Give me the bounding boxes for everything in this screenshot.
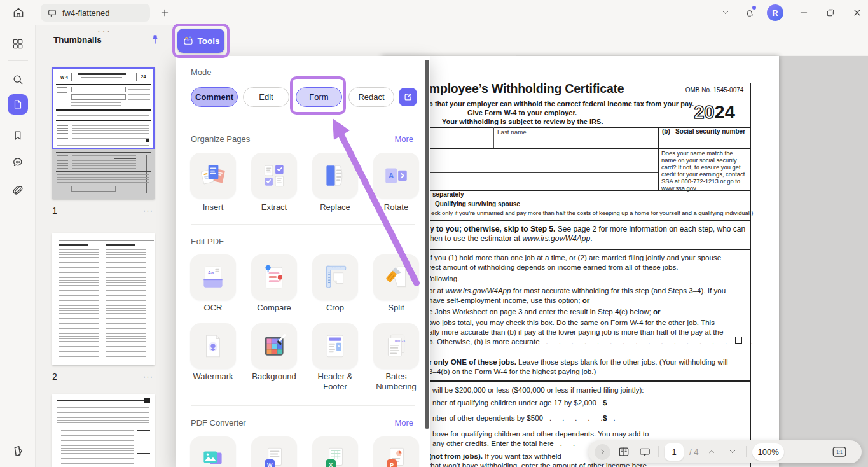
pin-button[interactable] <box>149 34 161 48</box>
tool-insert-button[interactable] <box>190 153 236 199</box>
dependents-credit-field[interactable] <box>609 413 666 422</box>
restore-button[interactable] <box>822 4 839 21</box>
pdf-page[interactable]: Employee’s Withholding Certificate OMB N… <box>382 56 779 467</box>
annotations-toggle-button[interactable] <box>637 444 652 459</box>
bookmark-icon <box>12 130 24 141</box>
open-in-new-window-button[interactable] <box>399 88 417 106</box>
plus-icon <box>160 8 170 18</box>
tool-background-button[interactable] <box>251 323 297 369</box>
minimize-button[interactable] <box>796 4 812 21</box>
panel-drag-handle[interactable]: ··· <box>97 25 112 36</box>
panel-scrollbar[interactable] <box>425 60 429 429</box>
thumbnail-page-3[interactable] <box>52 394 155 467</box>
thumbnails-panel: ··· Thumbnails W-4 24 <box>36 25 176 467</box>
ssn-label: Social security number <box>675 128 745 135</box>
thumb2-col-2 <box>106 249 146 359</box>
titlebar-chevron-button[interactable] <box>717 4 734 21</box>
s4-bold: (not from jobs). <box>429 452 483 460</box>
organize-pages-more-link[interactable]: More <box>394 134 413 144</box>
s2-line8: ally more accurate than (b) if pay at th… <box>429 328 723 336</box>
statusbar-divider <box>746 446 747 457</box>
theme-button[interactable] <box>8 441 28 461</box>
thumbnail-page-1[interactable]: W-4 24 <box>52 67 155 199</box>
zoom-level[interactable]: 100% <box>752 443 783 461</box>
actual-size-button[interactable]: 1:1 <box>832 444 847 459</box>
zoom-out-button[interactable] <box>790 444 805 459</box>
svg-text:000123: 000123 <box>395 340 405 343</box>
s2-note-bold: r only ONE of these jobs. <box>429 358 516 366</box>
search-button[interactable] <box>8 69 28 90</box>
mode-comment-button[interactable]: Comment <box>191 87 238 107</box>
close-window-button[interactable] <box>849 4 865 21</box>
tool-bates-numbering-label: Bates Numbering <box>366 372 427 392</box>
thumbnails-title: Thumbnails <box>53 35 102 45</box>
attachments-button[interactable] <box>8 181 28 201</box>
tool-replace-button[interactable] <box>312 153 358 199</box>
s2-line9: b. Otherwise, (b) is more accurate. . . … <box>429 337 757 345</box>
thumb3-badge <box>144 398 150 403</box>
thumb2-menu[interactable]: ··· <box>143 372 153 381</box>
tool-watermark-label: Watermark <box>183 372 244 382</box>
ssn-b-label: (b) <box>662 128 670 135</box>
avatar[interactable]: R <box>767 4 783 21</box>
insert-icon <box>198 161 228 190</box>
document-tab[interactable]: fw4-flattened <box>41 4 150 22</box>
comments-button[interactable] <box>8 152 28 172</box>
tool-ocr-button[interactable]: Aa <box>190 254 236 300</box>
tool-bates-numbering-button[interactable]: 000123 <box>373 323 419 369</box>
s3-line4: bove for qualifying children and other d… <box>432 429 649 438</box>
mode-redact-button[interactable]: Redact <box>348 87 394 107</box>
notifications-button[interactable] <box>741 4 758 21</box>
previous-page-button[interactable] <box>704 444 719 459</box>
mode-edit-button[interactable]: Edit <box>243 87 289 107</box>
tool-compare-button[interactable] <box>251 254 297 300</box>
svg-text:A: A <box>389 172 394 179</box>
tool-pdf-to-excel-button[interactable]: X <box>312 436 358 467</box>
s2-line4b: for most accurate withholding for this s… <box>511 286 726 295</box>
omb-number: OMB No. 1545-0074 <box>679 87 750 94</box>
tool-crop-label: Crop <box>305 303 366 313</box>
home-icon <box>12 6 25 19</box>
home-button[interactable] <box>10 4 27 21</box>
notification-dot <box>752 6 756 10</box>
filing-separately: separately <box>432 191 464 198</box>
thumb2-number: 2 <box>52 372 57 382</box>
bookmarks-button[interactable] <box>8 125 28 146</box>
thumb2-top-rule <box>59 240 154 241</box>
dollar-sign-1: $ <box>603 398 607 407</box>
reading-mode-button[interactable] <box>616 444 631 459</box>
s3-line3: nber of other dependents by $500. . . . … <box>432 414 620 422</box>
tool-pdf-to-ppt-button[interactable]: P <box>373 436 419 467</box>
expand-statusbar-button[interactable] <box>595 444 610 460</box>
page-number-input[interactable] <box>665 443 684 461</box>
app-grid-button[interactable] <box>8 34 28 54</box>
next-page-button[interactable] <box>725 444 740 459</box>
thumbnail-page-2[interactable] <box>52 234 155 365</box>
s2-checkbox[interactable] <box>735 337 742 344</box>
s2-note-rest: Leave those steps blank for the other jo… <box>516 358 728 366</box>
tool-extract-label: Extract <box>244 202 305 213</box>
page-total: / 4 <box>689 447 698 457</box>
tool-watermark-button[interactable] <box>190 323 236 369</box>
children-credit-field[interactable] <box>609 398 666 407</box>
pdf-converter-more-link[interactable]: More <box>394 418 413 428</box>
tool-rotate-button[interactable]: A <box>373 153 419 199</box>
new-tab-button[interactable] <box>156 4 173 21</box>
tool-crop-button[interactable] <box>312 254 358 300</box>
step-note2-link: www.irs.gov/W4App <box>522 234 590 243</box>
form-highlight-box <box>290 76 346 115</box>
zoom-in-button[interactable] <box>811 444 826 459</box>
tool-extract-button[interactable] <box>251 153 297 199</box>
tool-pdf-to-word-button[interactable]: W <box>251 436 297 467</box>
tool-split-button[interactable] <box>373 254 419 300</box>
edit-pdf-title: Edit PDF <box>191 237 224 246</box>
header-footer-icon <box>320 331 350 361</box>
tool-header-footer-button[interactable] <box>312 323 358 369</box>
s3-line3-text: nber of other dependents by $500 <box>432 414 543 422</box>
tool-pdf-to-image-button[interactable] <box>190 436 236 467</box>
organize-pages-title: Organize Pages <box>191 134 250 144</box>
step-note2: hen to use the estimator at <box>430 234 522 243</box>
thumb1-menu[interactable]: ··· <box>143 206 153 215</box>
statusbar-divider <box>658 446 659 457</box>
thumbnails-panel-button[interactable] <box>8 94 28 115</box>
